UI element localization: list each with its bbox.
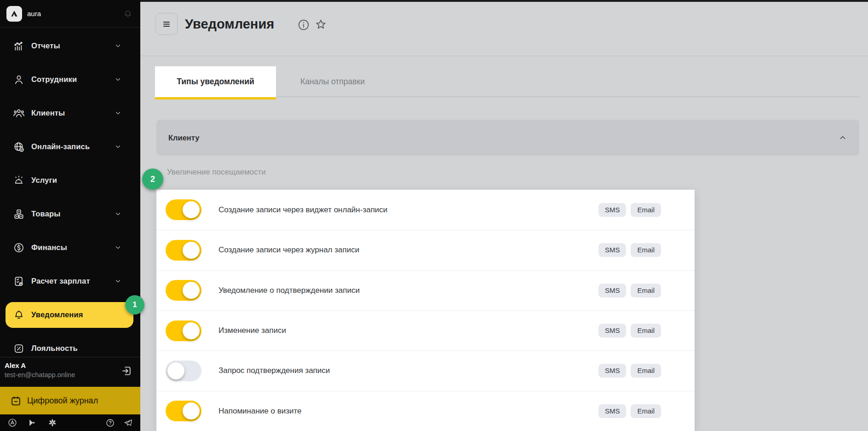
client-group-header[interactable]: Клиенту (156, 120, 859, 156)
app-store-icon[interactable] (7, 418, 17, 428)
email-channel-chip[interactable]: Email (631, 284, 661, 297)
chevron-down-icon (114, 42, 122, 50)
sms-channel-chip[interactable]: SMS (598, 404, 627, 418)
toggle-switch[interactable] (166, 240, 201, 261)
tab-notification-types[interactable]: Типы уведомлений (155, 66, 276, 97)
sms-channel-chip[interactable]: SMS (598, 284, 627, 297)
channel-chips: SMSEmail (598, 203, 661, 217)
google-play-icon[interactable] (28, 418, 37, 427)
channel-chips: SMSEmail (598, 284, 661, 297)
email-channel-chip[interactable]: Email (631, 203, 661, 217)
aura-logo-icon (6, 6, 22, 22)
sidebar-bottom-bar (0, 414, 140, 431)
email-channel-chip[interactable]: Email (631, 324, 661, 338)
notification-rows-panel: Создание записи через виджет онлайн-запи… (156, 190, 695, 431)
notification-label: Запрос подтверждения записи (218, 366, 598, 375)
sidebar-item-payroll[interactable]: Расчет зарплат (0, 264, 140, 298)
chevron-down-icon (114, 76, 122, 83)
bell-icon (13, 309, 25, 321)
logout-icon[interactable] (121, 365, 133, 379)
notification-row: Напоминание о визите SMSEmail (156, 391, 695, 431)
boxes-icon (13, 208, 25, 220)
notifications-bell-icon[interactable] (123, 9, 133, 19)
sidebar-item-people[interactable]: Клиенты (0, 96, 140, 130)
tab-sending-channels[interactable]: Каналы отправки (287, 66, 379, 97)
huawei-appgallery-icon[interactable] (47, 417, 58, 428)
chevron-down-icon (114, 210, 122, 218)
toggle-knob (183, 282, 200, 299)
sidebar-header: aura (0, 0, 140, 28)
notification-row: Запрос подтверждения записи SMSEmail (156, 350, 695, 390)
main-area: Уведомления Типы уведомлений Каналы отпр… (140, 0, 868, 431)
brand-name: aura (27, 10, 123, 17)
toggle-switch[interactable] (166, 320, 201, 341)
chevron-down-icon (114, 244, 122, 251)
notification-label: Создание записи через журнал записи (218, 245, 598, 255)
person-icon (13, 74, 25, 86)
channel-chips: SMSEmail (598, 364, 661, 378)
payroll-icon (13, 275, 25, 287)
notification-label: Создание записи через виджет онлайн-запи… (218, 205, 598, 215)
notification-label: Напоминание о визите (218, 407, 598, 416)
notification-label: Изменение записи (218, 326, 598, 335)
sidebar-item-percent[interactable]: Лояльность (0, 332, 140, 357)
digital-journal-label: Цифровой журнал (27, 396, 98, 406)
finance-icon (13, 242, 25, 254)
toggle-knob (183, 201, 200, 218)
channel-chips: SMSEmail (598, 243, 661, 257)
user-name: Alex A (5, 361, 133, 369)
sidebar-item-chart[interactable]: Отчеты (0, 29, 140, 63)
globe-check-icon (13, 141, 25, 153)
digital-journal-button[interactable]: Цифровой журнал (0, 387, 140, 414)
info-icon[interactable] (297, 18, 310, 33)
group-title: Клиенту (168, 134, 838, 142)
toggle-switch[interactable] (166, 199, 201, 220)
section-label: Увеличение посещаемости (167, 168, 266, 177)
notification-label: Уведомление о подтверждении записи (218, 286, 598, 295)
toggle-knob (183, 402, 200, 419)
chevron-up-icon (838, 133, 847, 142)
email-channel-chip[interactable]: Email (631, 404, 661, 418)
sms-channel-chip[interactable]: SMS (598, 324, 627, 338)
sidebar-nav: Отчеты Сотрудники Клиенты Онлайн-запись … (0, 28, 140, 357)
channel-chips: SMSEmail (598, 324, 661, 338)
notification-row: Создание записи через журнал записи SMSE… (156, 230, 695, 270)
sidebar-item-service-bell[interactable]: Услуги (0, 163, 140, 197)
toggle-switch[interactable] (166, 401, 201, 421)
email-channel-chip[interactable]: Email (631, 364, 661, 378)
active-tab-underline (155, 97, 276, 99)
help-icon[interactable] (105, 418, 115, 428)
sms-channel-chip[interactable]: SMS (598, 364, 627, 378)
sms-channel-chip[interactable]: SMS (598, 243, 627, 257)
notification-row: Уведомление о подтверждении записи SMSEm… (156, 270, 695, 310)
sidebar-item-boxes[interactable]: Товары (0, 197, 140, 231)
user-email: test-en@chatapp.online (5, 371, 133, 379)
notification-row: Создание записи через виджет онлайн-запи… (156, 190, 695, 230)
favorite-star-icon[interactable] (314, 18, 328, 33)
service-bell-icon (13, 175, 25, 186)
sidebar-item-globe-check[interactable]: Онлайн-запись (0, 130, 140, 163)
percent-icon (13, 343, 25, 355)
toggle-switch[interactable] (166, 361, 201, 381)
toggle-knob (183, 242, 200, 259)
tour-step-badge-1: 1 (125, 295, 144, 315)
page-header: Уведомления (140, 2, 868, 56)
tab-label: Типы уведомлений (177, 77, 254, 87)
toggle-switch[interactable] (166, 280, 201, 301)
sidebar: aura Отчеты Сотрудники Клиенты Онлайн-за… (0, 0, 140, 431)
sidebar-item-bell[interactable]: Уведомления (6, 302, 133, 328)
tour-step-badge-2: 2 (142, 169, 163, 190)
email-channel-chip[interactable]: Email (631, 243, 661, 257)
telegram-icon[interactable] (123, 418, 133, 428)
sidebar-item-finance[interactable]: Финансы (0, 231, 140, 264)
sms-channel-chip[interactable]: SMS (598, 203, 627, 217)
user-block: Alex A test-en@chatapp.online (0, 357, 140, 387)
sidebar-item-person[interactable]: Сотрудники (0, 63, 140, 96)
notification-row: Изменение записи SMSEmail (156, 310, 695, 350)
hamburger-menu-button[interactable] (155, 13, 178, 35)
people-icon (13, 107, 25, 119)
chart-icon (13, 40, 25, 52)
toggle-knob (183, 322, 200, 339)
toggle-knob (167, 362, 184, 379)
chevron-down-icon (114, 109, 122, 117)
